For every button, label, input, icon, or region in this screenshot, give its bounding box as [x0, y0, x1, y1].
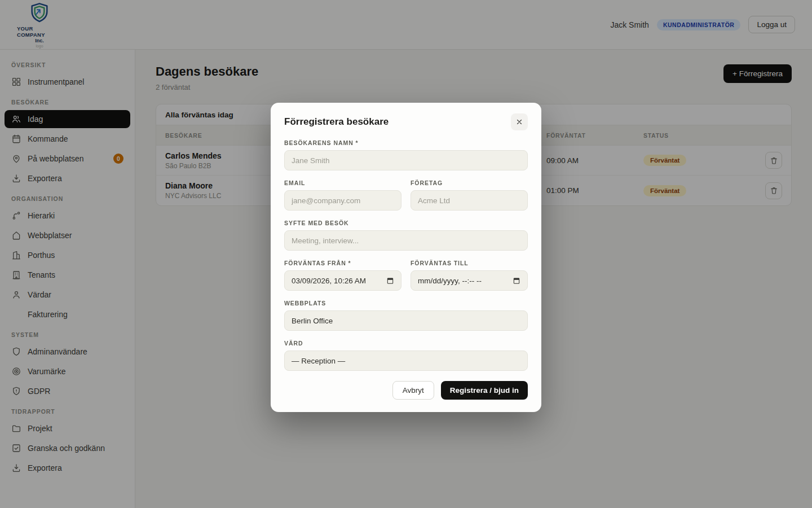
expected-from-field-group: FÖRVÄNTAS FRÅN * 03/09/2026, 10:26 AM — [284, 260, 401, 291]
email-field-group: EMAIL — [284, 179, 401, 211]
close-button[interactable] — [511, 113, 528, 130]
expected-to-value: mm/dd/yyyy, --:-- -- — [418, 277, 482, 285]
expected-from-datetime-input[interactable]: 03/09/2026, 10:26 AM — [284, 270, 401, 291]
calendar-picker-icon[interactable] — [386, 277, 394, 284]
host-select[interactable]: — Reception — — [284, 351, 528, 371]
purpose-label: SYFTE MED BESÖK — [284, 220, 528, 226]
company-label: FÖRETAG — [411, 179, 528, 186]
expected-from-value: 03/09/2026, 10:26 AM — [292, 277, 366, 285]
site-selected-value: Berlin Office — [292, 317, 333, 325]
register-invite-button[interactable]: Registrera / bjud in — [441, 381, 528, 400]
modal-title: Förregistrera besökare — [284, 116, 389, 128]
host-field-group: VÄRD — Reception — — [284, 340, 528, 371]
modal-footer: Avbryt Registrera / bjud in — [284, 381, 528, 400]
visitor-name-input[interactable] — [284, 150, 528, 170]
purpose-field-group: SYFTE MED BESÖK — [284, 220, 528, 251]
expected-from-label: FÖRVÄNTAS FRÅN * — [284, 260, 401, 266]
site-select[interactable]: Berlin Office — [284, 310, 528, 331]
company-field-group: FÖRETAG — [411, 179, 528, 211]
site-label: WEBBPLATS — [284, 300, 528, 306]
close-icon — [515, 118, 523, 126]
expected-to-label: FÖRVÄNTAS TILL — [411, 260, 528, 266]
modal-header: Förregistrera besökare — [284, 113, 528, 130]
calendar-picker-icon[interactable] — [513, 277, 520, 284]
host-label: VÄRD — [284, 340, 528, 347]
company-input[interactable] — [411, 190, 528, 211]
expected-to-datetime-input[interactable]: mm/dd/yyyy, --:-- -- — [411, 270, 528, 291]
cancel-button[interactable]: Avbryt — [392, 381, 434, 400]
preregister-modal: Förregistrera besökare BESÖKARENS NAMN *… — [271, 103, 541, 412]
host-selected-value: — Reception — — [292, 357, 345, 365]
email-label: EMAIL — [284, 179, 401, 186]
site-field-group: WEBBPLATS Berlin Office — [284, 300, 528, 331]
visitor-name-label: BESÖKARENS NAMN * — [284, 139, 528, 146]
expected-to-field-group: FÖRVÄNTAS TILL mm/dd/yyyy, --:-- -- — [411, 260, 528, 291]
visitor-name-field-group: BESÖKARENS NAMN * — [284, 139, 528, 170]
purpose-input[interactable] — [284, 230, 528, 251]
email-input[interactable] — [284, 190, 401, 211]
expected-times-row: FÖRVÄNTAS FRÅN * 03/09/2026, 10:26 AM FÖ… — [284, 251, 528, 291]
email-company-row: EMAIL FÖRETAG — [284, 170, 528, 211]
